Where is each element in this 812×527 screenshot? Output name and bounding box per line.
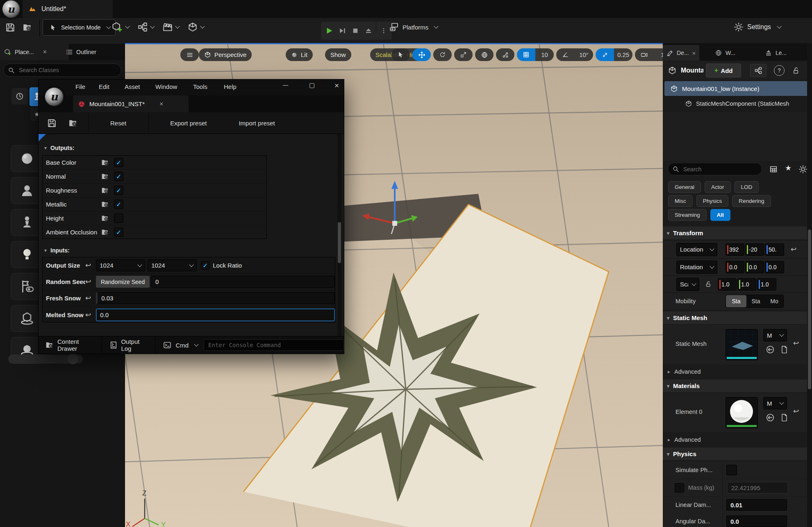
filter-streaming[interactable]: Streaming: [668, 209, 707, 221]
details-scrollbar-thumb[interactable]: [808, 229, 811, 389]
menu-asset[interactable]: Asset: [125, 83, 140, 90]
scale-z-field[interactable]: 1.0: [757, 278, 776, 291]
grid-snap-toggle[interactable]: [517, 48, 535, 61]
console-command-input[interactable]: [204, 339, 344, 351]
reset-static-mesh-icon[interactable]: ↩: [793, 339, 799, 348]
mobility-stationary[interactable]: Sta: [746, 295, 765, 307]
play-button[interactable]: [323, 25, 335, 36]
browse-output-icon[interactable]: [100, 158, 110, 168]
display-options-icon[interactable]: [769, 164, 778, 174]
tree-row-component[interactable]: StaticMeshComponent (StaticMesh: [664, 97, 810, 110]
settings-dropdown[interactable]: Settings: [734, 22, 781, 32]
browse-output-icon[interactable]: [100, 172, 110, 182]
output-checkbox[interactable]: ✓: [114, 172, 123, 181]
output-checkbox[interactable]: ✓: [114, 158, 123, 167]
reset-to-default-icon[interactable]: ↩: [85, 277, 91, 286]
mobility-static[interactable]: Sta: [726, 295, 746, 307]
browse-output-icon[interactable]: [100, 186, 110, 195]
size-y-select[interactable]: 1024: [148, 259, 197, 271]
edit-blueprint-button[interactable]: [750, 64, 767, 77]
static-mesh-thumbnail[interactable]: [726, 329, 758, 360]
grid-snap-value[interactable]: 10: [535, 48, 554, 61]
camera-speed-button[interactable]: [635, 48, 653, 61]
seed-input[interactable]: [151, 276, 335, 288]
output-checkbox[interactable]: ✓: [114, 227, 123, 237]
mobility-movable[interactable]: Mo: [765, 295, 783, 307]
close-icon[interactable]: ×: [692, 50, 696, 57]
camera-speed-value[interactable]: 1: [653, 48, 663, 61]
rotation-x-field[interactable]: 0.0: [726, 261, 744, 273]
eject-button[interactable]: [363, 25, 374, 36]
physics-section-header[interactable]: ▾Physics: [663, 447, 807, 460]
material-thumbnail[interactable]: [726, 397, 758, 428]
menu-help[interactable]: Help: [224, 83, 237, 90]
window-scrollbar-track[interactable]: [337, 134, 341, 336]
window-scrollbar-thumb[interactable]: [338, 222, 341, 263]
import-preset-button[interactable]: Import preset: [239, 120, 275, 127]
output-checkbox[interactable]: ✓: [114, 186, 123, 195]
menu-window[interactable]: Window: [155, 83, 177, 90]
scale-snap-value[interactable]: 0.25: [614, 48, 632, 61]
tab-place-actors[interactable]: Place... ×: [0, 44, 69, 60]
filter-lod[interactable]: LOD: [735, 181, 759, 193]
tab-world-settings[interactable]: W...: [711, 45, 739, 61]
browse-to-asset-icon[interactable]: [779, 413, 789, 423]
select-tool-button[interactable]: [391, 48, 410, 61]
add-component-button[interactable]: + Add: [706, 64, 741, 77]
location-z-field[interactable]: 50.: [765, 243, 784, 256]
filter-rendering[interactable]: Rendering: [732, 195, 771, 207]
mass-input[interactable]: [727, 482, 788, 493]
reset-location-icon[interactable]: ↩: [791, 245, 796, 254]
browse-output-icon[interactable]: [100, 200, 110, 209]
static-mesh-advanced-row[interactable]: ▸ Advanced: [663, 365, 807, 378]
angular-damping-input[interactable]: [726, 516, 787, 527]
asset-tab-close-icon[interactable]: ×: [159, 100, 163, 108]
static-mesh-asset-dropdown[interactable]: M: [763, 329, 787, 341]
melted-snow-input[interactable]: [96, 309, 335, 321]
location-y-field[interactable]: -20: [745, 243, 764, 256]
rotation-snap-value[interactable]: 10°: [575, 48, 593, 61]
blueprints-dropdown[interactable]: [137, 22, 154, 32]
scale-y-field[interactable]: 1.0: [737, 278, 756, 291]
use-selected-asset-icon[interactable]: [765, 413, 775, 423]
favorites-star-icon[interactable]: ★: [785, 164, 792, 173]
close-icon[interactable]: ×: [43, 48, 47, 56]
filter-physics[interactable]: Physics: [696, 195, 729, 207]
materials-advanced-row[interactable]: ▸ Advanced: [663, 433, 807, 446]
surface-snapping-button[interactable]: [496, 48, 514, 61]
menu-edit[interactable]: Edit: [99, 83, 109, 90]
scale-tool-button[interactable]: [454, 48, 473, 61]
project-tab[interactable]: Untitled*: [23, 0, 113, 18]
menu-file[interactable]: File: [75, 83, 85, 90]
move-tool-button[interactable]: [412, 48, 431, 61]
static-mesh-section-header[interactable]: ▾Static Mesh: [663, 311, 807, 324]
tree-row-actor[interactable]: Mountain001_low (Instance): [664, 81, 810, 96]
inputs-section-header[interactable]: ▾ Inputs:: [44, 247, 70, 254]
stop-button[interactable]: [350, 25, 361, 36]
lit-dropdown[interactable]: Lit: [286, 48, 313, 61]
output-checkbox-unchecked[interactable]: [114, 214, 123, 223]
platforms-dropdown[interactable]: Platforms: [389, 22, 438, 32]
browse-asset-button[interactable]: [68, 118, 78, 128]
export-preset-button[interactable]: Export preset: [170, 120, 207, 127]
reset-to-default-icon[interactable]: ↩: [85, 311, 91, 319]
mass-override-checkbox[interactable]: [675, 483, 684, 493]
recently-placed-button[interactable]: [11, 88, 28, 104]
filter-misc[interactable]: Misc: [668, 195, 693, 207]
rotation-snap-toggle[interactable]: [556, 48, 575, 61]
window-maximize-button[interactable]: ▢: [309, 82, 315, 89]
asset-tab[interactable]: Mountain001_INST* ×: [73, 95, 189, 112]
use-selected-asset-icon[interactable]: [765, 345, 775, 354]
rotation-dropdown[interactable]: Rotation: [676, 261, 717, 274]
reset-button[interactable]: Reset: [110, 120, 126, 127]
scale-dropdown[interactable]: Scale: [676, 278, 699, 291]
filter-actor[interactable]: Actor: [705, 181, 731, 193]
scale-lock-icon[interactable]: [703, 279, 713, 289]
output-log-button[interactable]: Output Log: [109, 338, 148, 352]
menu-tools[interactable]: Tools: [193, 83, 207, 90]
tab-levels[interactable]: Le...: [761, 45, 790, 61]
simulate-physics-checkbox[interactable]: [726, 465, 737, 475]
lock-ratio-checkbox[interactable]: ✓: [201, 261, 209, 270]
window-minimize-button[interactable]: —: [283, 82, 288, 88]
location-dropdown[interactable]: Location: [676, 243, 717, 256]
